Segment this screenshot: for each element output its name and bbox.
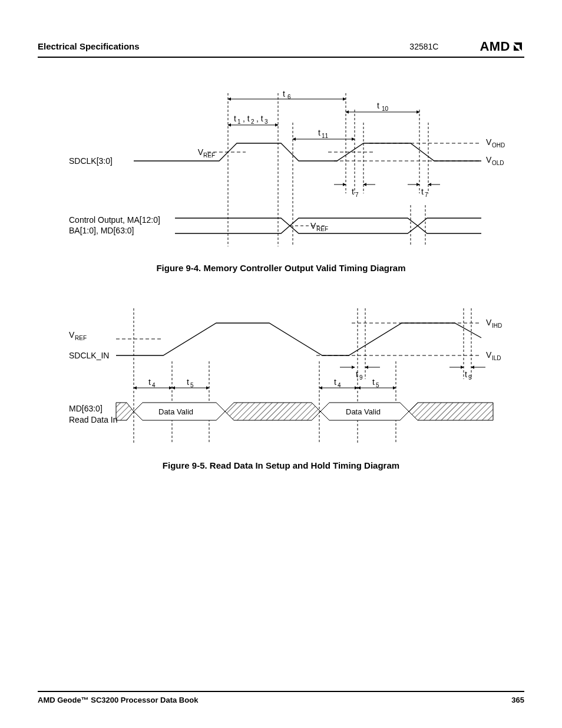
svg-text:REF: REF (316, 226, 328, 232)
svg-text:9: 9 (359, 374, 363, 381)
svg-text:5: 5 (376, 382, 379, 388)
sdclkin-label: SDCLK_IN (69, 351, 109, 360)
svg-text:t: t (234, 114, 236, 123)
svg-text:OLD: OLD (492, 160, 504, 166)
figure-9-4: t6 t10 t1 , t2 , t3 t11 VREF VOHD VOLD S… (57, 87, 505, 252)
ctrl-row-2: BA[1:0], MD[63:0] (69, 226, 134, 235)
svg-text:5: 5 (190, 382, 194, 388)
svg-text:V: V (310, 221, 316, 230)
doc-id: 32581C (409, 42, 438, 51)
svg-text:IHD: IHD (492, 322, 502, 329)
footer-page: 365 (511, 696, 524, 704)
svg-text:V: V (486, 155, 492, 164)
svg-text:V: V (486, 318, 492, 327)
svg-text:t: t (465, 370, 467, 379)
svg-text:Data Valid: Data Valid (346, 407, 381, 416)
header: Electrical Specifications 32581C AMD (38, 39, 524, 58)
svg-text:t: t (377, 101, 379, 110)
svg-text:t: t (283, 89, 285, 98)
svg-text:OHD: OHD (492, 142, 505, 149)
sdclk-label: SDCLK[3:0] (69, 156, 113, 166)
svg-text:4: 4 (152, 382, 156, 388)
amd-arrow-icon (511, 40, 524, 53)
svg-text:7: 7 (355, 192, 359, 198)
amd-logo: AMD (480, 39, 524, 54)
svg-text:3: 3 (265, 118, 268, 125)
section-title: Electrical Specifications (38, 41, 140, 51)
logo-text: AMD (480, 39, 510, 54)
svg-text:10: 10 (382, 106, 389, 112)
svg-text:t: t (334, 377, 336, 387)
svg-text:t: t (372, 377, 375, 387)
svg-text:11: 11 (322, 133, 329, 139)
ctrl-row-1: Control Output, MA[12:0] (69, 215, 160, 225)
figure-9-5: VREF SDCLK_IN VIHD VILD t9 t9 t4 t5 t4 t… (57, 297, 505, 450)
svg-text:V: V (69, 330, 75, 340)
svg-text:t: t (352, 187, 354, 196)
svg-text:t: t (356, 370, 358, 379)
svg-text:2: 2 (251, 118, 254, 125)
svg-text:Data Valid: Data Valid (158, 407, 193, 416)
svg-text:t: t (318, 128, 320, 137)
svg-text:V: V (486, 137, 492, 147)
figure-9-4-caption: Figure 9-4. Memory Controller Output Val… (38, 263, 524, 273)
svg-text:, t: , t (243, 114, 250, 123)
svg-text:REF: REF (75, 335, 87, 341)
svg-text:t: t (148, 377, 151, 387)
svg-text:t: t (187, 377, 189, 387)
svg-text:ILD: ILD (492, 355, 501, 361)
svg-text:6: 6 (287, 94, 291, 100)
figure-9-5-caption: Figure 9-5. Read Data In Setup and Hold … (38, 460, 524, 470)
svg-text:7: 7 (425, 192, 428, 198)
footer: AMD Geode™ SC3200 Processor Data Book 36… (38, 691, 524, 704)
svg-text:4: 4 (338, 382, 341, 388)
svg-text:1: 1 (237, 118, 241, 125)
svg-text:9: 9 (468, 374, 472, 381)
svg-text:, t: , t (256, 114, 263, 123)
svg-text:t: t (421, 187, 424, 196)
svg-text:REF: REF (203, 152, 215, 159)
svg-text:V: V (486, 350, 492, 360)
md-label: MD[63:0] (69, 404, 103, 413)
footer-book: AMD Geode™ SC3200 Processor Data Book (38, 696, 198, 704)
rdi-label: Read Data In (69, 415, 118, 424)
